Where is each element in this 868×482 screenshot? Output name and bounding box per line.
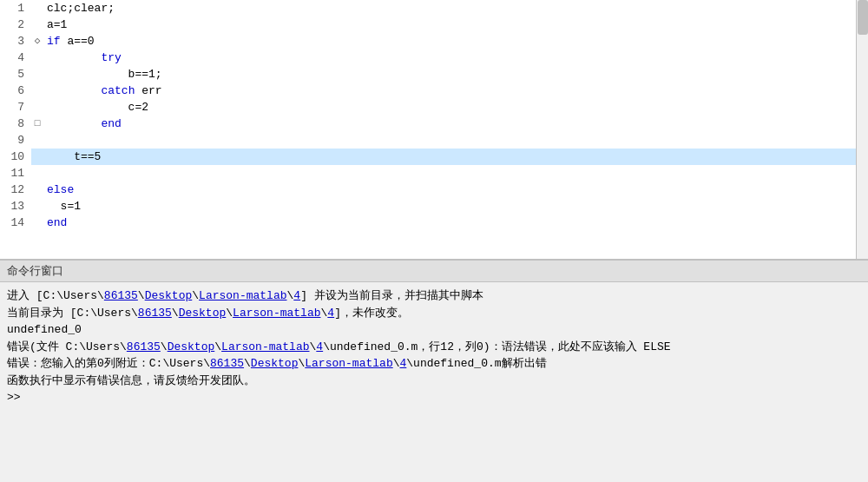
cmd-link[interactable]: 4 — [316, 340, 323, 353]
cmd-text: 进入 [C:\Users\ — [7, 289, 104, 302]
cmd-text: 错误：您输入的第0列附近：C:\Users\ — [7, 357, 210, 370]
line-number: 12 — [0, 182, 31, 198]
line-content: else — [43, 182, 74, 198]
cmd-link[interactable]: Desktop — [251, 357, 299, 370]
code-line[interactable]: 14end — [0, 215, 868, 231]
line-content: t==5 — [43, 149, 101, 165]
line-content: a=1 — [43, 17, 67, 33]
cmd-link[interactable]: Desktop — [145, 289, 193, 302]
code-line[interactable]: 12else — [0, 182, 868, 198]
cmd-line: undefined_0 — [7, 321, 861, 339]
code-editor[interactable]: 1clc;clear;2a=13◇if a==04 try5 b==1;6 ca… — [0, 0, 868, 261]
line-number: 7 — [0, 99, 31, 116]
line-content: end — [43, 116, 122, 132]
line-number: 5 — [0, 66, 31, 83]
editor-scrollbar[interactable] — [856, 0, 868, 261]
line-number: 4 — [0, 50, 31, 66]
line-number: 1 — [0, 0, 31, 17]
code-line[interactable]: 5 b==1; — [0, 66, 868, 83]
line-indicator: ◇ — [31, 33, 43, 50]
cmd-line: 当前目录为 [C:\Users\86135\Desktop\Larson-mat… — [7, 305, 861, 322]
cmd-link[interactable]: Larson-matlab — [305, 357, 392, 370]
command-window-title: 命令行窗口 — [7, 264, 63, 277]
cmd-text: \undefined_0.m，行12，列0)：语法错误，此处不应该输入 ELSE — [323, 340, 670, 353]
scrollbar-thumb[interactable] — [858, 0, 868, 35]
code-line[interactable]: 1clc;clear; — [0, 0, 868, 17]
cmd-link[interactable]: 4 — [293, 289, 300, 302]
line-content: try — [43, 50, 122, 66]
cmd-line: 进入 [C:\Users\86135\Desktop\Larson-matlab… — [7, 287, 861, 305]
cmd-text: 当前目录为 [C:\Users\ — [7, 307, 138, 320]
line-number: 6 — [0, 83, 31, 99]
cmd-link[interactable]: 86135 — [127, 340, 161, 353]
command-window-header: 命令行窗口 — [0, 261, 868, 282]
cmd-text: \ — [161, 340, 168, 353]
cmd-text: undefined_0 — [7, 323, 82, 336]
line-content: if a==0 — [43, 33, 95, 50]
cmd-link[interactable]: Larson-matlab — [233, 307, 320, 320]
cmd-text: \ — [226, 307, 233, 320]
code-line[interactable]: 13 s=1 — [0, 198, 868, 215]
line-number: 11 — [0, 165, 31, 182]
cmd-link[interactable]: Larson-matlab — [221, 340, 309, 353]
cmd-link[interactable]: 86135 — [104, 289, 138, 302]
code-line[interactable]: 6 catch err — [0, 83, 868, 99]
code-line[interactable]: 4 try — [0, 50, 868, 66]
cmd-line: 错误(文件 C:\Users\86135\Desktop\Larson-matl… — [7, 339, 861, 356]
code-editor-wrapper: 1clc;clear;2a=13◇if a==04 try5 b==1;6 ca… — [0, 0, 868, 261]
cmd-line: 函数执行中显示有错误信息，请反馈给开发团队。 — [7, 373, 861, 390]
line-content: s=1 — [43, 198, 81, 215]
line-content: catch err — [43, 83, 162, 99]
line-content: c=2 — [43, 99, 148, 116]
code-lines: 1clc;clear;2a=13◇if a==04 try5 b==1;6 ca… — [0, 0, 868, 231]
line-number: 3 — [0, 33, 31, 50]
line-number: 10 — [0, 149, 31, 165]
cmd-link[interactable]: 4 — [327, 307, 334, 320]
command-content: 进入 [C:\Users\86135\Desktop\Larson-matlab… — [0, 282, 868, 412]
cmd-text: \ — [214, 340, 221, 353]
cmd-text: \ — [393, 357, 400, 370]
cmd-link[interactable]: 86135 — [138, 307, 172, 320]
cmd-text: ]，未作改变。 — [334, 307, 409, 320]
cmd-link[interactable]: Desktop — [168, 340, 215, 353]
cmd-text: >> — [7, 391, 21, 404]
line-content: b==1; — [43, 66, 162, 83]
line-number: 13 — [0, 198, 31, 215]
cmd-link[interactable]: Desktop — [179, 307, 227, 320]
cmd-text: \ — [244, 357, 251, 370]
cmd-link[interactable]: 86135 — [210, 357, 244, 370]
cmd-text: 错误(文件 C:\Users\ — [7, 340, 127, 353]
line-indicator: □ — [31, 116, 43, 132]
line-number: 2 — [0, 17, 31, 33]
line-content: clc;clear; — [43, 0, 115, 17]
cmd-text: \ — [172, 307, 179, 320]
code-line[interactable]: 11 — [0, 165, 868, 182]
code-line[interactable]: 3◇if a==0 — [0, 33, 868, 50]
line-content: end — [43, 215, 67, 231]
code-line[interactable]: 10 t==5 — [0, 149, 868, 165]
line-number: 9 — [0, 132, 31, 149]
line-number: 14 — [0, 215, 31, 231]
cmd-prompt-line: >> — [7, 389, 861, 406]
code-line[interactable]: 2a=1 — [0, 17, 868, 33]
cmd-text: \ — [138, 289, 145, 302]
cmd-text: \ — [192, 289, 199, 302]
cmd-line: 错误：您输入的第0列附近：C:\Users\86135\Desktop\Lars… — [7, 355, 861, 373]
code-line[interactable]: 7 c=2 — [0, 99, 868, 116]
cmd-text: ] 并设为当前目录，并扫描其中脚本 — [300, 289, 483, 302]
command-window: 命令行窗口 进入 [C:\Users\86135\Desktop\Larson-… — [0, 261, 868, 482]
code-line[interactable]: 9 — [0, 132, 868, 149]
cmd-link[interactable]: Larson-matlab — [199, 289, 286, 302]
line-number: 8 — [0, 116, 31, 132]
code-line[interactable]: 8□ end — [0, 116, 868, 132]
cmd-text: \undefined_0.m解析出错 — [406, 357, 546, 370]
cmd-text: 函数执行中显示有错误信息，请反馈给开发团队。 — [7, 374, 255, 387]
